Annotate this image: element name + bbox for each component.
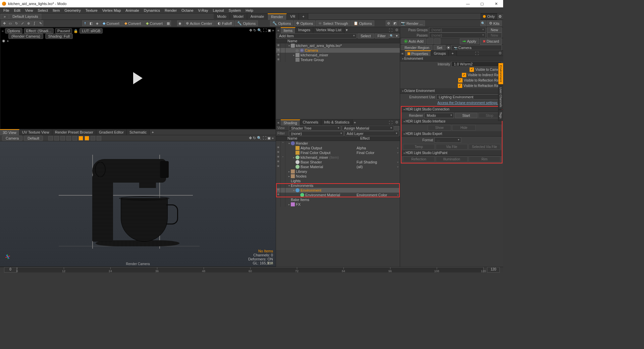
shader-lights[interactable]: Lights xyxy=(276,179,400,183)
lp-reflection-button[interactable]: Reflection xyxy=(403,156,435,162)
collapse-items-icon[interactable]: « xyxy=(276,28,281,33)
action-center-button[interactable]: ⊕ Action Center xyxy=(183,20,215,26)
panel-gear-icon[interactable]: ⚙ xyxy=(394,27,400,33)
mesh-mode-icon[interactable]: ▦ xyxy=(165,20,171,26)
add-shading-tab[interactable]: + xyxy=(353,120,357,125)
shader-alpha-output[interactable]: ◉Alpha OutputAlpha▾ xyxy=(276,146,400,150)
render-region-button[interactable]: Render Region xyxy=(401,45,432,50)
hdr-stop-button[interactable]: Stop xyxy=(479,113,501,118)
shader-view-dropdown[interactable]: Shader Tree xyxy=(289,126,341,131)
collapse-props-icon[interactable]: « xyxy=(400,51,405,56)
shader-environment-material[interactable]: ◉Environment MaterialEnvironment Color▾ xyxy=(276,193,400,197)
hdr-temp-button[interactable]: Temp xyxy=(403,144,435,150)
hdr-renderer-dropdown[interactable]: Modo xyxy=(424,113,454,118)
select-button[interactable]: Select xyxy=(358,33,374,39)
convert-button-3[interactable]: ◆Convert xyxy=(144,20,165,26)
menu-edit[interactable]: Edit xyxy=(12,8,22,13)
panel-max-icon[interactable]: ⛶ xyxy=(387,28,394,33)
pass-groups-dropdown[interactable]: (none) xyxy=(429,27,486,33)
layout-tab-vr[interactable]: VR xyxy=(287,13,299,20)
menu-item[interactable]: Item xyxy=(51,8,62,13)
menu-vertex-map[interactable]: Vertex Map xyxy=(100,8,123,13)
vp-expand-icon-3d[interactable]: » xyxy=(272,136,274,140)
items-tab-items[interactable]: Items xyxy=(281,27,296,33)
vp-move-icon[interactable]: ✥ xyxy=(249,28,252,33)
items-tree[interactable]: ◉▾kitchen_aid_area_lights.lxo*◉◎Camera◉▸… xyxy=(276,43,400,119)
shader-tree[interactable]: +▾Render◉Alpha OutputAlpha▾◉Final Color … xyxy=(276,141,400,250)
menu-layout[interactable]: Layout xyxy=(211,8,226,13)
add-item-dropdown[interactable]: Add Item xyxy=(277,33,357,39)
search-items-icon[interactable]: 🔍 xyxy=(389,34,394,38)
scale-tool-icon[interactable]: ⤢ xyxy=(19,20,25,26)
layout-settings-icon[interactable]: ⚙ xyxy=(498,14,502,19)
vp-shade2-icon[interactable] xyxy=(66,136,71,141)
vp-expand-icon[interactable]: » xyxy=(272,28,274,33)
shader-environment[interactable]: ◉▾Environment xyxy=(276,188,400,193)
minimize-button[interactable]: — xyxy=(461,0,475,7)
collapse-shading-icon[interactable]: « xyxy=(276,120,281,125)
shader-kitchenaid-mixer[interactable]: ◉•▸kitchenaid_mixer(Item) xyxy=(276,155,400,160)
passes-dropdown[interactable]: (none) xyxy=(429,33,486,38)
vp-rotate-icon-3d[interactable]: ↻ xyxy=(253,136,256,140)
visible-reflection-checkbox[interactable]: ✓ xyxy=(458,78,463,83)
layout-tab-animate[interactable]: Animate xyxy=(247,13,268,20)
menu-render[interactable]: Render xyxy=(163,8,179,13)
environment-section[interactable]: Environment xyxy=(400,56,503,61)
vp-adv-icon[interactable] xyxy=(97,136,101,141)
vp-grid-icon[interactable] xyxy=(48,136,53,141)
hdr-lightpaint-section[interactable]: HDR Light Studio LightPaint xyxy=(401,150,502,156)
discard-button[interactable]: ✖Discard xyxy=(480,38,502,45)
vp-move-icon-3d[interactable]: ✥ xyxy=(249,136,252,140)
prop-max-icon[interactable]: ⛶ xyxy=(474,51,480,56)
vp-zoom-icon[interactable]: 🔍 xyxy=(257,28,262,33)
render-effect-chip[interactable]: Effect: (Shadi... xyxy=(24,28,54,34)
vp-shade1-icon[interactable] xyxy=(60,136,65,141)
vp-fit-icon[interactable]: ⛶ xyxy=(263,28,267,33)
shader-bake-items[interactable]: Bake Items xyxy=(276,197,400,202)
shading-tab-channels[interactable]: Channels xyxy=(300,119,321,126)
properties-tab[interactable]: Properties xyxy=(405,50,431,56)
menu-dynamics[interactable]: Dynamics xyxy=(142,8,162,13)
lock-icon[interactable]: 🔒 xyxy=(73,29,78,33)
groups-tab[interactable]: Groups xyxy=(431,51,449,56)
shader-final-color-output[interactable]: ◉Final Color OutputFinal Color▾ xyxy=(276,150,400,155)
options-button-1[interactable]: 🔧 Options xyxy=(235,20,258,26)
vp-shade4-icon[interactable] xyxy=(78,136,83,141)
prim-icon[interactable]: ◈ xyxy=(94,20,100,26)
center-icon[interactable]: ◉ xyxy=(177,20,183,26)
transform-tool-icon[interactable]: ⊕ xyxy=(25,20,31,26)
hdr-start-button[interactable]: Start xyxy=(455,113,477,118)
vp-shade3-icon[interactable] xyxy=(72,136,77,141)
collapse-icon[interactable]: « xyxy=(2,29,4,33)
shading-tab-shading[interactable]: Shading xyxy=(281,119,300,126)
hdr-connection-section[interactable]: HDR Light Studio Connection xyxy=(401,107,502,112)
shader-nodes[interactable]: ▸Nodes xyxy=(276,174,400,179)
add-layout-tab[interactable]: + xyxy=(299,13,308,20)
item-texture-group[interactable]: ◉Texture Group xyxy=(276,57,400,62)
layout-tab-modo[interactable]: Modo xyxy=(214,13,230,20)
render-camera-chip[interactable]: (Render Camera) xyxy=(8,34,43,39)
region-camera-radio[interactable] xyxy=(447,46,450,49)
render-options-chip[interactable]: Options xyxy=(5,28,22,34)
set-region-button[interactable]: Set xyxy=(434,45,445,50)
options-button-3[interactable]: ✥ Options xyxy=(294,20,315,26)
timeline-end-field[interactable]: 120 xyxy=(487,267,500,272)
view-tab-3d-view[interactable]: 3D View xyxy=(0,129,19,135)
layout-tab-render[interactable]: Render xyxy=(268,13,287,20)
rig-icon[interactable]: ☨ xyxy=(82,20,88,26)
vp-fit-icon-3d[interactable]: ⛶ xyxy=(263,136,266,140)
hdr-export-section[interactable]: HDR Light Studio Export xyxy=(401,131,502,137)
render-settings-icon[interactable]: ⚙ xyxy=(386,20,391,26)
render-button[interactable]: 📷 Render ... xyxy=(398,20,425,26)
lasso-icon[interactable]: ʃ xyxy=(32,20,37,26)
hdr-interface-section[interactable]: HDR Light Studio Interface xyxy=(401,119,502,124)
render-lut-chip[interactable]: LUT: sRGB xyxy=(79,28,103,34)
items-tab-images[interactable]: Images xyxy=(296,27,313,33)
paint-icon[interactable]: ✎ xyxy=(38,20,43,26)
prop-gear-icon[interactable]: ⚙ xyxy=(497,50,503,56)
hdr-show-button[interactable]: Show xyxy=(428,125,451,131)
vp-max-icon[interactable]: ▣ xyxy=(268,28,271,33)
view-tab-uv-texture-view[interactable]: UV Texture View xyxy=(19,130,52,135)
only-switch[interactable]: Only xyxy=(481,13,497,19)
item-kitchen-aid-area-lights-lxo-[interactable]: ◉▾kitchen_aid_area_lights.lxo* xyxy=(276,43,400,48)
